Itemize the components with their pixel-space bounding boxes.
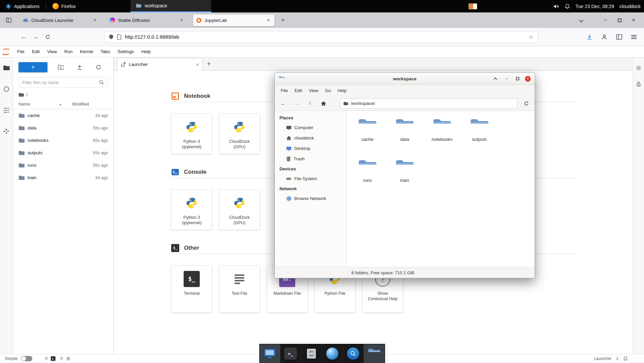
account-button[interactable] (598, 31, 610, 43)
tab-close-icon[interactable]: × (196, 62, 199, 67)
menu-file[interactable]: File (13, 46, 28, 57)
launcher-card-console-clouddock[interactable]: CloudDock (GPU) (219, 190, 260, 230)
column-modified[interactable]: Modified (72, 102, 108, 107)
sidebar-toggle-button[interactable] (613, 31, 625, 43)
tab-close-button[interactable]: × (178, 17, 185, 24)
dock-terminal[interactable]: >_ (280, 344, 301, 363)
folder-data[interactable]: data (387, 115, 422, 156)
sidebar-item-computer[interactable]: Computer (275, 122, 346, 133)
reload-button[interactable] (521, 98, 532, 109)
breadcrumb-root[interactable]: / (26, 92, 28, 97)
maximize-button[interactable] (514, 75, 521, 82)
menu-help[interactable]: Help (138, 46, 154, 57)
launcher-card-console-python3[interactable]: Python 3 (ipykernel) (171, 190, 212, 230)
up-button[interactable]: ↑ (304, 98, 316, 109)
dock-file-cabinet[interactable] (301, 344, 322, 363)
menu-go[interactable]: Go (321, 85, 334, 96)
kernels-count[interactable]: 0 (60, 356, 63, 361)
file-manager-title-bar[interactable]: workspace − × (275, 73, 535, 85)
notifications-count[interactable]: 1 (616, 356, 618, 361)
screenshot-tray-icon[interactable] (468, 3, 477, 9)
close-button[interactable]: × (525, 76, 531, 82)
home-button[interactable] (318, 98, 329, 109)
menu-edit[interactable]: Edit (291, 85, 305, 96)
terminals-count[interactable]: 0 (45, 356, 47, 361)
filter-files-input[interactable] (22, 80, 99, 85)
bookmark-star-icon[interactable]: ☆ (529, 33, 534, 40)
file-row-data[interactable]: data 55s ago (13, 122, 113, 134)
new-folder-button[interactable] (51, 62, 70, 72)
shade-button[interactable] (492, 75, 499, 82)
file-row-train[interactable]: train 3d ago (13, 171, 113, 184)
taskbar-window-workspace[interactable]: workspace (130, 0, 211, 12)
file-row-cache[interactable]: cache 3d ago (13, 109, 113, 122)
menu-help[interactable]: Help (334, 85, 350, 96)
breadcrumb[interactable]: / (13, 90, 113, 99)
tracking-shield-icon[interactable] (109, 34, 114, 39)
file-row-runs[interactable]: runs 55s ago (13, 159, 113, 171)
launcher-card-notebook-python3[interactable]: Python 3 (ipykernel) (171, 114, 212, 154)
url-input[interactable] (125, 34, 525, 40)
sidebar-item-browse-network[interactable]: Browse Network (275, 193, 346, 204)
clock[interactable]: Tue 23 Dec, 08:29 (575, 4, 614, 9)
sidebar-item-file-system[interactable]: File System (275, 173, 346, 184)
menu-edit[interactable]: Edit (28, 46, 43, 57)
upload-button[interactable] (70, 62, 89, 72)
bell-icon[interactable] (623, 356, 628, 361)
forward-button[interactable]: → (291, 98, 302, 109)
applications-menu[interactable]: Applications (3, 0, 42, 12)
tab-jupyterlab[interactable]: JupyterLab × (193, 14, 274, 26)
sidebar-item-trash[interactable]: Trash (275, 154, 346, 164)
dock-file-manager[interactable] (364, 344, 385, 363)
menu-kernel[interactable]: Kernel (76, 46, 97, 57)
maximize-button[interactable] (614, 15, 624, 25)
notifications-bell-icon[interactable] (565, 4, 570, 9)
firefox-view-button[interactable] (3, 15, 14, 26)
new-launcher-button[interactable]: + (18, 62, 47, 72)
user-menu[interactable]: clouddock (619, 4, 641, 9)
folder-train[interactable]: train (387, 156, 422, 197)
launcher-card-notebook-clouddock[interactable]: CloudDock (GPU) (219, 114, 260, 154)
sidebar-item-desktop[interactable]: Desktop (275, 143, 346, 154)
menu-run[interactable]: Run (61, 46, 76, 57)
menu-tabs[interactable]: Tabs (97, 46, 114, 57)
back-button[interactable]: ← (17, 31, 30, 43)
menu-settings[interactable]: Settings (114, 46, 138, 57)
menu-view[interactable]: View (305, 85, 321, 96)
list-all-tabs-icon[interactable] (579, 18, 583, 23)
sidebar-tab-extensions[interactable] (3, 128, 10, 135)
reload-button[interactable] (42, 31, 54, 43)
file-row-outputs[interactable]: outputs 55s ago (13, 147, 113, 159)
folder-notebooks[interactable]: notebooks (425, 115, 460, 156)
dock-browser[interactable] (322, 344, 343, 363)
refresh-button[interactable] (89, 62, 108, 72)
sidebar-tab-file-browser[interactable] (3, 64, 10, 72)
close-button[interactable]: × (629, 15, 639, 25)
property-inspector-gear-icon[interactable] (636, 65, 642, 71)
tab-close-button[interactable]: × (91, 17, 98, 24)
launcher-card-terminal[interactable]: $_ Terminal (171, 266, 212, 313)
tab-close-button[interactable]: × (265, 17, 272, 24)
tab-clouddock-launcher[interactable]: CloudDock Launcher × (20, 14, 101, 26)
debugger-bug-icon[interactable] (636, 81, 642, 87)
app-menu-button[interactable] (628, 31, 640, 43)
dock-search[interactable] (343, 344, 364, 363)
sidebar-tab-toc[interactable] (3, 107, 10, 114)
sort-ascending-icon[interactable]: ▲ (59, 103, 62, 106)
sidebar-item-home[interactable]: clouddock (275, 133, 346, 143)
minimize-button[interactable]: − (503, 75, 510, 82)
page-info-icon[interactable] (117, 34, 121, 40)
folder-cache[interactable]: cache (350, 115, 385, 156)
back-button[interactable]: ← (277, 98, 289, 109)
menu-view[interactable]: View (43, 46, 61, 57)
new-tab-button[interactable]: + (278, 15, 288, 25)
url-bar[interactable]: ☆ (104, 31, 538, 43)
firefox-launcher[interactable]: Firefox (50, 0, 79, 12)
launcher-card-text-file[interactable]: Text File (219, 266, 260, 313)
folder-outputs[interactable]: outputs (462, 115, 497, 156)
volume-muted-icon[interactable] (553, 3, 559, 9)
tab-stable-diffusion[interactable]: Stable Diffusion × (106, 14, 188, 26)
add-tab-button[interactable]: + (202, 57, 215, 70)
dock-show-desktop[interactable] (260, 344, 280, 363)
simple-mode-toggle[interactable] (21, 356, 32, 361)
